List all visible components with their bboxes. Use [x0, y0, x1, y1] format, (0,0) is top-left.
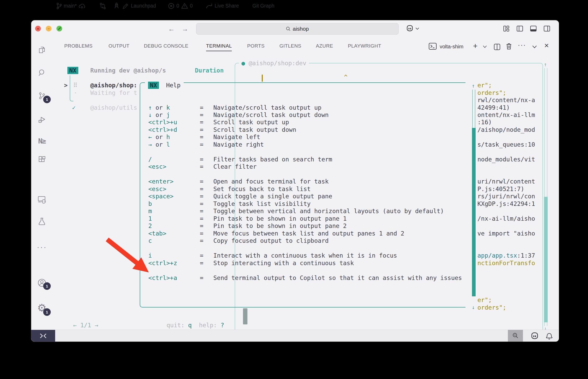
tab-terminal[interactable]: TERMINAL	[206, 43, 232, 51]
terminal-scrollbar-up-icon[interactable]: ↑	[544, 61, 547, 68]
terminal-output-line: orders";	[477, 304, 506, 311]
tab-azure[interactable]: AZURE	[316, 43, 333, 49]
git-graph-status-item[interactable]: Git Graph	[252, 0, 274, 12]
live-share-label: Live Share	[215, 3, 239, 9]
live-share-icon	[206, 3, 213, 9]
terminal-output-line: 42499:41)	[477, 104, 510, 111]
kill-terminal-trash-icon[interactable]	[506, 43, 512, 50]
accounts-badge: 1	[43, 282, 51, 290]
nx-header-badge: NX	[67, 67, 78, 74]
live-share-status-item[interactable]: Live Share	[206, 0, 239, 12]
terminal-cursor	[262, 75, 263, 82]
git-compare-status-item[interactable]	[99, 0, 106, 12]
branch-status-item[interactable]: main*	[56, 0, 85, 12]
hide-panel-chevron-icon[interactable]	[532, 45, 537, 48]
toggle-panel-icon[interactable]	[530, 25, 537, 32]
pane-scrollbar-track[interactable]	[472, 90, 475, 128]
quit-help-hint: quit: q help: ?	[167, 322, 224, 329]
notifications-bell-icon[interactable]	[545, 332, 553, 340]
panel-more-actions-icon[interactable]: ···	[518, 41, 526, 49]
toggle-secondary-sidebar-icon[interactable]	[544, 25, 550, 32]
git-graph-label: Git Graph	[252, 3, 274, 9]
launchpad-status-item[interactable]: Launchpad	[113, 0, 156, 12]
close-panel-icon[interactable]: ×	[544, 41, 549, 50]
help-row: c=Copy focused output to clipboard	[0, 237, 588, 244]
tab-playwright[interactable]: PLAYWRIGHT	[348, 43, 381, 49]
terminal-output-line: /nx-ai-llm/aisho	[477, 215, 535, 222]
output-pane-title: ● @aishop/shop:dev	[239, 60, 309, 67]
task-waiting-label: Waiting for t	[90, 89, 137, 96]
settings-badge: 1	[43, 308, 51, 316]
warnings-count: 0	[190, 3, 193, 9]
split-terminal-icon[interactable]	[494, 44, 500, 50]
remote-indicator[interactable]	[31, 330, 55, 342]
help-row: m=Toggle between vertical and horizontal…	[0, 207, 588, 215]
warnings-icon	[181, 3, 188, 9]
problems-status-item[interactable]: 0 0	[168, 0, 193, 12]
copilot-status-icon[interactable]	[530, 332, 539, 339]
task-name-selected: @aishop/shop:	[90, 82, 137, 89]
pane-scrollbar-up-icon[interactable]: ↑	[472, 83, 475, 89]
copilot-icon[interactable]	[406, 25, 414, 32]
running-dot-icon: ●	[241, 60, 245, 67]
terminal-dropdown-chevron-icon[interactable]	[483, 45, 487, 48]
pager-indicator[interactable]: ← 1/1 →	[73, 322, 98, 329]
minimize-window-button[interactable]: −	[46, 26, 52, 31]
tab-gitlens[interactable]: GITLENS	[279, 43, 301, 49]
red-annotation-arrow	[101, 234, 159, 278]
git-branch-icon	[56, 3, 62, 9]
terminal-output-line: er";	[477, 296, 492, 304]
tab-output[interactable]: OUTPUT	[108, 43, 130, 49]
duration-column-label: Duration	[195, 67, 224, 74]
help-title: NX Help	[145, 82, 184, 89]
tab-problems[interactable]: PROBLEMS	[64, 43, 93, 49]
pane-scrollbar-down-icon[interactable]: ↓	[472, 304, 475, 310]
zoom-out-icon	[512, 332, 519, 339]
errors-icon	[168, 3, 175, 9]
terminal-output-line: rwl/content/nx-a	[477, 96, 535, 104]
back-arrow-icon[interactable]: ←	[168, 25, 175, 33]
command-center-search[interactable]: aishop	[196, 23, 399, 35]
task-spinner-icon: ⠿	[73, 82, 78, 89]
terminal-output-line: nctionForTransfo	[477, 259, 535, 267]
explorer-icon[interactable]	[37, 45, 47, 55]
tab-ports[interactable]: PORTS	[247, 43, 265, 49]
help-row: <ctrl>+u=Scroll task output up	[0, 119, 588, 126]
task-output-scroll-thumb[interactable]	[243, 308, 247, 324]
terminal-output-line: ve import "aisho	[477, 230, 535, 237]
terminal-scrollbar-thumb[interactable]	[544, 197, 548, 322]
terminal-output-line: ontent/nx-ai-llm	[477, 111, 535, 119]
terminal-output-line: orders";	[477, 89, 506, 96]
help-row: ← or h=Navigate left	[0, 133, 588, 141]
remote-icon	[40, 333, 47, 338]
rocket-icon	[113, 2, 120, 10]
search-icon	[286, 27, 291, 31]
task-waiting-dot: ·	[74, 89, 77, 96]
maximize-window-button[interactable]	[56, 26, 62, 31]
customize-layout-icon[interactable]	[503, 25, 510, 32]
status-bar	[31, 330, 559, 342]
search-value: aishop	[293, 26, 309, 32]
toggle-primary-sidebar-icon[interactable]	[516, 25, 523, 32]
close-window-button[interactable]: ×	[35, 26, 41, 31]
copilot-chevron-icon[interactable]	[416, 28, 419, 30]
terminal-output-line-file: app/app.tsx:1:37	[477, 252, 535, 259]
screen: × − ← → aishop PROBLEMS OUTPUT DEBUG CON…	[0, 0, 588, 379]
terminal-output-line: s/task_queues:10	[477, 141, 535, 148]
terminal-output-line: :16)	[477, 119, 492, 126]
tab-debug-console[interactable]: DEBUG CONSOLE	[144, 43, 188, 49]
screencast-zoom-item[interactable]	[508, 330, 523, 342]
pane-scrollbar-thumb[interactable]	[472, 128, 476, 296]
forward-arrow-icon[interactable]: →	[182, 25, 188, 33]
new-terminal-button[interactable]: +	[473, 42, 478, 50]
terminal-output-line: er";	[477, 82, 492, 89]
errors-count: 0	[176, 3, 179, 9]
edit-pencil-icon	[122, 3, 129, 9]
caret-char: ^	[344, 74, 348, 81]
git-compare-icon	[99, 2, 106, 10]
source-control-badge: 1	[43, 96, 51, 103]
terminal-output-line: uri/nrwl/content	[477, 178, 535, 185]
publish-cloud-icon	[79, 3, 85, 9]
search-sidebar-icon[interactable]	[37, 68, 47, 78]
terminal-instance-name[interactable]: volta-shim	[440, 44, 463, 50]
